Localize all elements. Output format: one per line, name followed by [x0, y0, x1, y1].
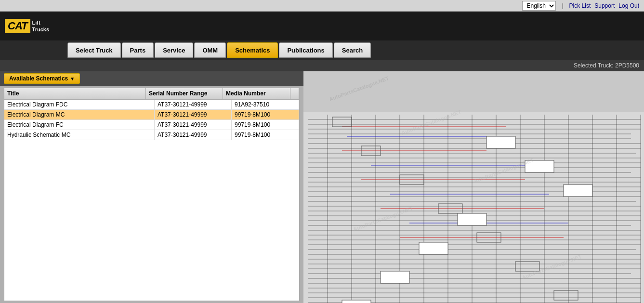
logo: CAT Lift Trucks: [5, 19, 49, 33]
dropdown-arrow-icon: ▼: [70, 76, 75, 81]
nav-item-schematics[interactable]: Schematics: [227, 42, 278, 58]
cell-title: Electrical Diagram MC: [4, 110, 155, 119]
cell-title: Electrical Diagram FC: [4, 120, 155, 130]
cell-media: 99719-8M100: [232, 120, 299, 130]
cell-media: 99719-8M100: [232, 130, 299, 140]
available-schematics-label: Available Schematics: [9, 75, 68, 82]
cat-logo-text: CAT: [5, 19, 30, 33]
table-row[interactable]: Electrical Diagram FDCAT37-30121-4999991…: [4, 100, 299, 110]
col-header-2: Media Number: [223, 88, 290, 99]
nav-item-service[interactable]: Service: [155, 42, 193, 58]
cell-title: Electrical Diagram FDC: [4, 100, 155, 109]
cell-serial: AT37-30121-49999: [155, 110, 232, 119]
cell-media: 99719-8M100: [232, 110, 299, 119]
svg-rect-1: [303, 71, 644, 112]
support-link[interactable]: Support: [594, 2, 615, 9]
svg-rect-82: [381, 271, 409, 283]
col-header-1: Serial Number Range: [146, 88, 223, 99]
separator: |: [562, 2, 563, 9]
nav-bar: Select TruckPartsServiceOMMSchematicsPub…: [0, 40, 644, 60]
selected-truck-bar: Selected Truck: 2PD5500: [0, 60, 644, 71]
cell-serial: AT37-30121-49999: [155, 120, 232, 130]
right-panel: AutoPartsCatalogue.NET AutoPartsCatalogu…: [303, 71, 644, 303]
schematic-diagram: [303, 71, 644, 303]
svg-rect-78: [525, 160, 554, 172]
table-body: Electrical Diagram FDCAT37-30121-4999991…: [4, 100, 299, 140]
svg-rect-83: [342, 300, 371, 303]
svg-rect-77: [486, 136, 515, 148]
svg-rect-79: [564, 184, 592, 197]
cell-media: 91A92-37510: [232, 100, 299, 109]
nav-item-search[interactable]: Search: [334, 42, 371, 58]
col-header-0: Title: [4, 88, 146, 99]
svg-rect-81: [419, 242, 448, 254]
lift-trucks-text: Lift Trucks: [32, 19, 49, 33]
cell-title: Hydraulic Schematic MC: [4, 130, 155, 140]
schematics-header: Available Schematics ▼: [0, 71, 303, 86]
table-row[interactable]: Hydraulic Schematic MCAT37-30121-4999999…: [4, 130, 299, 140]
pick-list-link[interactable]: Pick List: [569, 2, 591, 9]
nav-item-select-truck[interactable]: Select Truck: [67, 42, 121, 58]
selected-truck-label: Selected Truck: 2PD5500: [574, 62, 639, 69]
table-row[interactable]: Electrical Diagram MCAT37-30121-49999997…: [4, 110, 299, 120]
table-header: TitleSerial Number RangeMedia Number: [4, 88, 299, 100]
scroll-col-header: [290, 88, 299, 99]
nav-item-omm[interactable]: OMM: [194, 42, 226, 58]
nav-item-parts[interactable]: Parts: [122, 42, 154, 58]
svg-rect-80: [458, 213, 486, 225]
nav-item-publications[interactable]: Publications: [279, 42, 332, 58]
top-bar: English | Pick List Support Log Out: [0, 0, 644, 12]
table-row[interactable]: Electrical Diagram FCAT37-30121-49999997…: [4, 120, 299, 130]
cell-serial: AT37-30121-49999: [155, 130, 232, 140]
schematics-table: TitleSerial Number RangeMedia Number Ele…: [4, 88, 300, 301]
logout-link[interactable]: Log Out: [618, 2, 639, 9]
available-schematics-button[interactable]: Available Schematics ▼: [4, 73, 80, 84]
diagram-background: AutoPartsCatalogue.NET AutoPartsCatalogu…: [303, 71, 644, 303]
left-panel: Available Schematics ▼ TitleSerial Numbe…: [0, 71, 303, 303]
main-content: Available Schematics ▼ TitleSerial Numbe…: [0, 71, 644, 303]
language-select[interactable]: English: [522, 1, 556, 11]
svg-rect-2: [303, 112, 644, 303]
cell-serial: AT37-30121-49999: [155, 100, 232, 109]
header: CAT Lift Trucks: [0, 12, 644, 40]
